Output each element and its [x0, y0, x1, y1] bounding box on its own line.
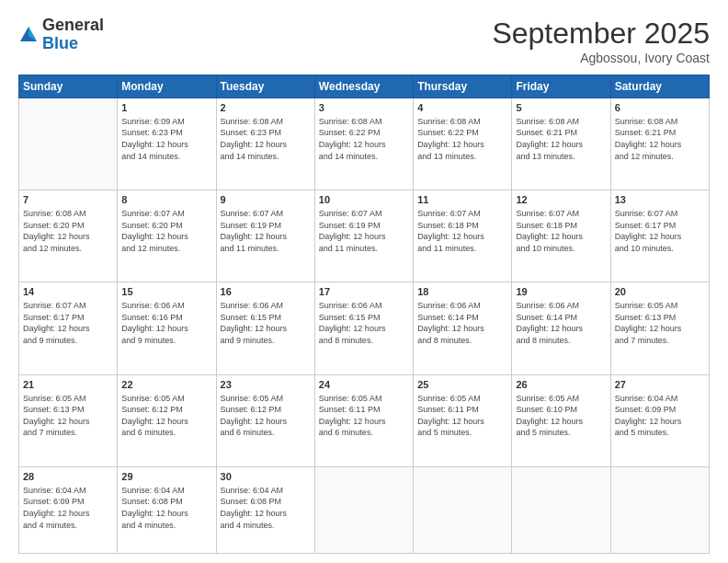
day-number: 25	[417, 378, 507, 392]
day-info: Sunrise: 6:06 AMSunset: 6:14 PMDaylight:…	[516, 300, 606, 346]
day-number: 29	[121, 470, 211, 484]
week-row-2: 7Sunrise: 6:08 AMSunset: 6:20 PMDaylight…	[19, 190, 710, 282]
day-info: Sunrise: 6:05 AMSunset: 6:10 PMDaylight:…	[516, 393, 606, 439]
calendar-cell: 16Sunrise: 6:06 AMSunset: 6:15 PMDayligh…	[216, 282, 314, 374]
day-info: Sunrise: 6:05 AMSunset: 6:12 PMDaylight:…	[121, 393, 211, 439]
logo-text: General Blue	[42, 17, 104, 53]
day-number: 28	[23, 470, 113, 484]
day-info: Sunrise: 6:07 AMSunset: 6:19 PMDaylight:…	[319, 208, 409, 254]
day-number: 16	[221, 285, 311, 299]
col-sunday: Sunday	[19, 75, 118, 98]
day-info: Sunrise: 6:06 AMSunset: 6:16 PMDaylight:…	[121, 300, 211, 346]
day-info: Sunrise: 6:06 AMSunset: 6:14 PMDaylight:…	[417, 300, 507, 346]
calendar: Sunday Monday Tuesday Wednesday Thursday…	[18, 75, 710, 554]
day-number: 10	[319, 193, 409, 207]
day-number: 7	[23, 193, 113, 207]
page: General Blue September 2025 Agbossou, Iv…	[0, 0, 728, 563]
calendar-cell: 2Sunrise: 6:08 AMSunset: 6:23 PMDaylight…	[216, 98, 314, 190]
calendar-cell: 17Sunrise: 6:06 AMSunset: 6:15 PMDayligh…	[314, 282, 413, 374]
calendar-cell: 10Sunrise: 6:07 AMSunset: 6:19 PMDayligh…	[314, 190, 413, 282]
calendar-cell: 14Sunrise: 6:07 AMSunset: 6:17 PMDayligh…	[19, 282, 118, 374]
day-info: Sunrise: 6:08 AMSunset: 6:21 PMDaylight:…	[516, 116, 606, 162]
day-number: 12	[516, 193, 606, 207]
calendar-cell	[314, 466, 413, 553]
day-number: 30	[221, 470, 311, 484]
day-info: Sunrise: 6:04 AMSunset: 6:08 PMDaylight:…	[221, 485, 311, 531]
location: Agbossou, Ivory Coast	[492, 51, 710, 65]
day-number: 8	[121, 193, 211, 207]
day-info: Sunrise: 6:09 AMSunset: 6:23 PMDaylight:…	[121, 116, 211, 162]
day-number: 22	[121, 378, 211, 392]
day-info: Sunrise: 6:07 AMSunset: 6:20 PMDaylight:…	[121, 208, 211, 254]
calendar-cell: 15Sunrise: 6:06 AMSunset: 6:16 PMDayligh…	[118, 282, 216, 374]
day-number: 11	[417, 193, 507, 207]
logo: General Blue	[18, 17, 104, 53]
calendar-cell: 19Sunrise: 6:06 AMSunset: 6:14 PMDayligh…	[512, 282, 610, 374]
calendar-cell: 23Sunrise: 6:05 AMSunset: 6:12 PMDayligh…	[216, 374, 314, 466]
calendar-cell: 11Sunrise: 6:07 AMSunset: 6:18 PMDayligh…	[414, 190, 512, 282]
col-saturday: Saturday	[610, 75, 709, 98]
week-row-1: 1Sunrise: 6:09 AMSunset: 6:23 PMDaylight…	[19, 98, 710, 190]
calendar-cell: 22Sunrise: 6:05 AMSunset: 6:12 PMDayligh…	[118, 374, 216, 466]
day-number: 27	[615, 378, 705, 392]
calendar-cell: 3Sunrise: 6:08 AMSunset: 6:22 PMDaylight…	[314, 98, 413, 190]
day-info: Sunrise: 6:07 AMSunset: 6:19 PMDaylight:…	[221, 208, 311, 254]
calendar-cell: 18Sunrise: 6:06 AMSunset: 6:14 PMDayligh…	[414, 282, 512, 374]
day-number: 18	[417, 285, 507, 299]
day-info: Sunrise: 6:05 AMSunset: 6:12 PMDaylight:…	[221, 393, 311, 439]
calendar-cell	[414, 466, 512, 553]
day-number: 20	[615, 285, 705, 299]
day-info: Sunrise: 6:08 AMSunset: 6:20 PMDaylight:…	[23, 208, 113, 254]
calendar-cell: 25Sunrise: 6:05 AMSunset: 6:11 PMDayligh…	[414, 374, 512, 466]
day-info: Sunrise: 6:06 AMSunset: 6:15 PMDaylight:…	[319, 300, 409, 346]
col-monday: Monday	[118, 75, 216, 98]
day-number: 2	[221, 101, 311, 115]
day-info: Sunrise: 6:08 AMSunset: 6:23 PMDaylight:…	[221, 116, 311, 162]
day-info: Sunrise: 6:04 AMSunset: 6:08 PMDaylight:…	[121, 485, 211, 531]
day-number: 23	[221, 378, 311, 392]
calendar-cell: 29Sunrise: 6:04 AMSunset: 6:08 PMDayligh…	[118, 466, 216, 553]
day-number: 24	[319, 378, 409, 392]
day-number: 6	[615, 101, 705, 115]
calendar-cell: 26Sunrise: 6:05 AMSunset: 6:10 PMDayligh…	[512, 374, 610, 466]
day-number: 26	[516, 378, 606, 392]
calendar-cell: 7Sunrise: 6:08 AMSunset: 6:20 PMDaylight…	[19, 190, 118, 282]
calendar-cell: 28Sunrise: 6:04 AMSunset: 6:09 PMDayligh…	[19, 466, 118, 553]
logo-general: General	[42, 17, 104, 35]
day-number: 19	[516, 285, 606, 299]
calendar-cell: 5Sunrise: 6:08 AMSunset: 6:21 PMDaylight…	[512, 98, 610, 190]
day-info: Sunrise: 6:07 AMSunset: 6:18 PMDaylight:…	[516, 208, 606, 254]
col-friday: Friday	[512, 75, 610, 98]
day-number: 1	[121, 101, 211, 115]
col-wednesday: Wednesday	[314, 75, 413, 98]
logo-icon	[18, 25, 39, 45]
day-number: 21	[23, 378, 113, 392]
col-tuesday: Tuesday	[216, 75, 314, 98]
day-number: 14	[23, 285, 113, 299]
day-info: Sunrise: 6:08 AMSunset: 6:22 PMDaylight:…	[417, 116, 507, 162]
calendar-cell: 9Sunrise: 6:07 AMSunset: 6:19 PMDaylight…	[216, 190, 314, 282]
header-row: Sunday Monday Tuesday Wednesday Thursday…	[19, 75, 710, 98]
day-info: Sunrise: 6:07 AMSunset: 6:17 PMDaylight:…	[615, 208, 705, 254]
calendar-cell: 24Sunrise: 6:05 AMSunset: 6:11 PMDayligh…	[314, 374, 413, 466]
day-number: 5	[516, 101, 606, 115]
calendar-cell	[19, 98, 118, 190]
week-row-3: 14Sunrise: 6:07 AMSunset: 6:17 PMDayligh…	[19, 282, 710, 374]
month-title: September 2025	[492, 17, 710, 51]
calendar-cell: 30Sunrise: 6:04 AMSunset: 6:08 PMDayligh…	[216, 466, 314, 553]
day-info: Sunrise: 6:08 AMSunset: 6:22 PMDaylight:…	[319, 116, 409, 162]
day-info: Sunrise: 6:06 AMSunset: 6:15 PMDaylight:…	[221, 300, 311, 346]
day-info: Sunrise: 6:04 AMSunset: 6:09 PMDaylight:…	[23, 485, 113, 531]
title-section: September 2025 Agbossou, Ivory Coast	[492, 17, 710, 65]
day-info: Sunrise: 6:08 AMSunset: 6:21 PMDaylight:…	[615, 116, 705, 162]
day-number: 15	[121, 285, 211, 299]
day-info: Sunrise: 6:05 AMSunset: 6:13 PMDaylight:…	[615, 300, 705, 346]
week-row-4: 21Sunrise: 6:05 AMSunset: 6:13 PMDayligh…	[19, 374, 710, 466]
day-info: Sunrise: 6:05 AMSunset: 6:11 PMDaylight:…	[319, 393, 409, 439]
day-info: Sunrise: 6:05 AMSunset: 6:13 PMDaylight:…	[23, 393, 113, 439]
calendar-cell: 4Sunrise: 6:08 AMSunset: 6:22 PMDaylight…	[414, 98, 512, 190]
week-row-5: 28Sunrise: 6:04 AMSunset: 6:09 PMDayligh…	[19, 466, 710, 553]
header: General Blue September 2025 Agbossou, Iv…	[18, 17, 710, 65]
calendar-cell: 12Sunrise: 6:07 AMSunset: 6:18 PMDayligh…	[512, 190, 610, 282]
day-number: 9	[221, 193, 311, 207]
